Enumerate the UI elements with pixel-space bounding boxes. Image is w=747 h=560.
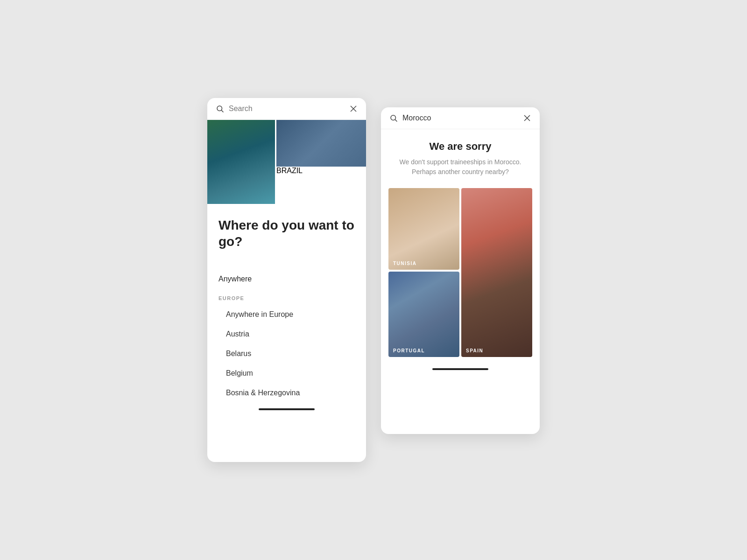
where-title: Where do you want to go? <box>218 217 355 250</box>
close-icon-right[interactable] <box>523 114 531 122</box>
home-indicator-left <box>259 408 315 410</box>
location-list: Anywhere EUROPE Anywhere in Europe Austr… <box>207 268 366 403</box>
close-icon-left[interactable] <box>349 105 358 113</box>
tunisia-label: TUNISIA <box>393 261 417 266</box>
sorry-line2: Perhaps another country nearby? <box>412 168 509 175</box>
location-bosnia[interactable]: Bosnia & Herzegovina <box>218 383 355 403</box>
spain-label: SPAIN <box>466 348 483 353</box>
tunisia-tile[interactable]: TUNISIA <box>388 188 459 270</box>
search-bar-right <box>381 107 540 129</box>
location-austria[interactable]: Austria <box>218 324 355 344</box>
search-input-right[interactable] <box>402 114 518 122</box>
portugal-label: PORTUGAL <box>393 348 425 353</box>
screens-container: SWITZERLAND BRAZIL Where do you want to … <box>207 70 540 490</box>
svg-point-4 <box>391 115 396 120</box>
search-input-left[interactable] <box>229 105 345 113</box>
search-bar-left <box>207 98 366 120</box>
portugal-tile[interactable]: PORTUGAL <box>388 272 459 357</box>
brazil-label: BRAZIL <box>276 167 303 175</box>
sorry-section: We are sorry We don't support traineeshi… <box>381 129 540 188</box>
section-europe-label: EUROPE <box>218 290 355 303</box>
sorry-desc: We don't support traineeships in Morocco… <box>392 157 529 177</box>
spain-tile[interactable]: SPAIN <box>461 188 532 357</box>
sorry-title: We are sorry <box>392 140 529 153</box>
brazil-tile[interactable]: BRAZIL <box>276 120 366 204</box>
location-belgium[interactable]: Belgium <box>218 364 355 383</box>
home-indicator-right <box>432 368 488 370</box>
suggestion-images: TUNISIA SPAIN PORTUGAL <box>381 188 540 357</box>
svg-line-5 <box>395 119 397 121</box>
svg-point-0 <box>217 106 222 111</box>
switzerland-tile[interactable]: SWITZERLAND <box>207 120 275 204</box>
image-section-left: SWITZERLAND BRAZIL <box>207 120 366 204</box>
location-anywhere[interactable]: Anywhere <box>218 268 355 290</box>
where-section: Where do you want to go? <box>207 204 366 268</box>
search-icon-right <box>389 114 398 122</box>
left-phone-card: SWITZERLAND BRAZIL Where do you want to … <box>207 98 366 462</box>
bottom-bar-left <box>207 403 366 415</box>
svg-line-1 <box>221 110 223 112</box>
location-anywhere-europe[interactable]: Anywhere in Europe <box>218 305 355 324</box>
bottom-bar-right <box>381 357 540 375</box>
search-icon-left <box>216 105 224 113</box>
sorry-line1: We don't support traineeships in Morocco… <box>400 158 521 166</box>
location-belarus[interactable]: Belarus <box>218 344 355 364</box>
right-phone-card: We are sorry We don't support traineeshi… <box>381 107 540 434</box>
